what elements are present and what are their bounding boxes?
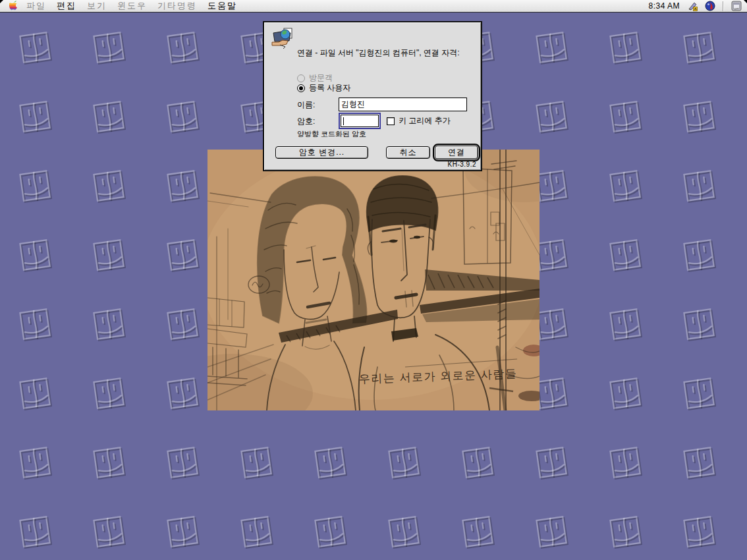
finder-face-emboss bbox=[680, 167, 719, 205]
keychain-checkbox[interactable] bbox=[387, 117, 395, 125]
radio-registered-user[interactable]: 등록 사용자 bbox=[297, 82, 350, 94]
finder-face-emboss bbox=[533, 28, 571, 67]
finder-face-emboss bbox=[16, 236, 55, 274]
finder-face-emboss bbox=[607, 513, 645, 551]
menu-edit[interactable]: 편집 bbox=[57, 0, 76, 12]
connect-button[interactable]: 연결 bbox=[435, 146, 478, 159]
dialog-title: 연결 - 파일 서버 "김형진의 컴퓨터", 연결 자격: bbox=[297, 48, 478, 57]
menu-help[interactable]: 도움말 bbox=[208, 0, 237, 12]
finder-face-emboss bbox=[16, 305, 55, 343]
finder-face-emboss bbox=[680, 98, 719, 136]
application-round-icon[interactable] bbox=[705, 1, 715, 11]
finder-face-emboss bbox=[164, 28, 202, 67]
finder-face-emboss bbox=[385, 513, 424, 551]
finder-face-emboss bbox=[680, 443, 719, 482]
finder-face-emboss bbox=[459, 443, 497, 482]
menu-file[interactable]: 파일 bbox=[26, 0, 46, 12]
finder-face-emboss bbox=[312, 443, 350, 482]
finder-face-emboss bbox=[533, 98, 571, 136]
menu-other-commands[interactable]: 기타명령 bbox=[157, 0, 197, 12]
menubar: 파일 편집 보기 윈도우 기타명령 도움말 8:34 AM bbox=[0, 0, 747, 13]
finder-face-emboss bbox=[90, 167, 128, 205]
menu-window[interactable]: 윈도우 bbox=[117, 0, 147, 12]
finder-face-emboss bbox=[680, 305, 719, 343]
connect-dialog: 연결 - 파일 서버 "김형진의 컴퓨터", 연결 자격: 방문객 등록 사용자… bbox=[263, 21, 482, 171]
finder-face-emboss bbox=[164, 443, 202, 482]
menu-view[interactable]: 보기 bbox=[87, 0, 107, 12]
change-password-button[interactable]: 암호 변경... bbox=[275, 146, 368, 159]
finder-face-emboss bbox=[16, 374, 55, 412]
menubar-clock[interactable]: 8:34 AM bbox=[648, 1, 680, 11]
finder-face-emboss bbox=[164, 374, 202, 412]
desktop-picture: 우리는 서로가 외로운 사람들 bbox=[208, 150, 540, 410]
password-label: 암호: bbox=[297, 116, 315, 127]
apple-menu[interactable] bbox=[0, 1, 26, 12]
finder-face-emboss bbox=[16, 513, 55, 551]
finder-face-emboss bbox=[16, 98, 55, 136]
finder-face-emboss bbox=[16, 443, 55, 482]
finder-face-emboss bbox=[16, 28, 55, 67]
finder-face-emboss bbox=[607, 236, 645, 274]
finder-face-emboss bbox=[607, 28, 645, 67]
finder-face-emboss bbox=[90, 374, 128, 412]
cancel-button[interactable]: 취소 bbox=[386, 146, 430, 159]
finder-face-emboss bbox=[680, 236, 719, 274]
finder-face-emboss bbox=[607, 443, 645, 482]
finder-face-emboss bbox=[90, 28, 128, 67]
finder-face-emboss bbox=[607, 374, 645, 412]
finder-face-emboss bbox=[607, 167, 645, 205]
finder-face-emboss bbox=[90, 513, 128, 551]
application-menu-icon[interactable] bbox=[731, 1, 742, 11]
finder-face-emboss bbox=[164, 305, 202, 343]
keychain-label: 키 고리에 추가 bbox=[399, 115, 451, 126]
finder-face-emboss bbox=[90, 236, 128, 274]
finder-face-emboss bbox=[385, 443, 424, 482]
finder-face-emboss bbox=[680, 513, 719, 551]
finder-face-emboss bbox=[312, 513, 350, 551]
finder-face-emboss bbox=[16, 167, 55, 205]
finder-face-emboss bbox=[164, 513, 202, 551]
finder-face-emboss bbox=[90, 443, 128, 482]
finder-face-emboss bbox=[238, 443, 276, 482]
finder-face-emboss bbox=[680, 374, 719, 412]
finder-face-emboss bbox=[607, 98, 645, 136]
name-label: 이름: bbox=[297, 99, 315, 111]
finder-face-emboss bbox=[90, 98, 128, 136]
finder-face-emboss bbox=[607, 305, 645, 343]
finder-face-emboss bbox=[90, 305, 128, 343]
radio-registered-label: 등록 사용자 bbox=[309, 82, 350, 94]
default-button-ring: 연결 bbox=[433, 144, 480, 161]
finder-face-emboss bbox=[164, 236, 202, 274]
finder-face-emboss bbox=[164, 98, 202, 136]
appleshare-file-server-icon bbox=[271, 28, 294, 52]
finder-face-emboss bbox=[459, 513, 497, 551]
finder-face-emboss bbox=[533, 513, 571, 551]
finder-face-emboss bbox=[238, 513, 276, 551]
finder-face-emboss bbox=[533, 443, 571, 482]
keychain-row[interactable]: 키 고리에 추가 bbox=[387, 115, 451, 126]
menubar-separator bbox=[723, 1, 724, 11]
text-cursor bbox=[343, 117, 344, 125]
desktop: 우리는 서로가 외로운 사람들 연결 - 파일 서버 "김형진의 컴퓨터", 연… bbox=[0, 0, 747, 560]
radio-guest-circle bbox=[297, 74, 305, 82]
finder-face-emboss bbox=[680, 28, 719, 67]
input-method-pencil-icon[interactable] bbox=[687, 1, 698, 11]
name-input[interactable] bbox=[339, 98, 467, 111]
apple-logo-icon bbox=[9, 1, 18, 12]
version-label: KH-3.9.2 bbox=[448, 161, 476, 168]
finder-face-emboss bbox=[164, 167, 202, 205]
radio-registered-circle[interactable] bbox=[297, 84, 305, 92]
password-encryption-hint: 양방향 코드화된 암호 bbox=[297, 129, 366, 139]
password-input[interactable] bbox=[341, 115, 379, 127]
